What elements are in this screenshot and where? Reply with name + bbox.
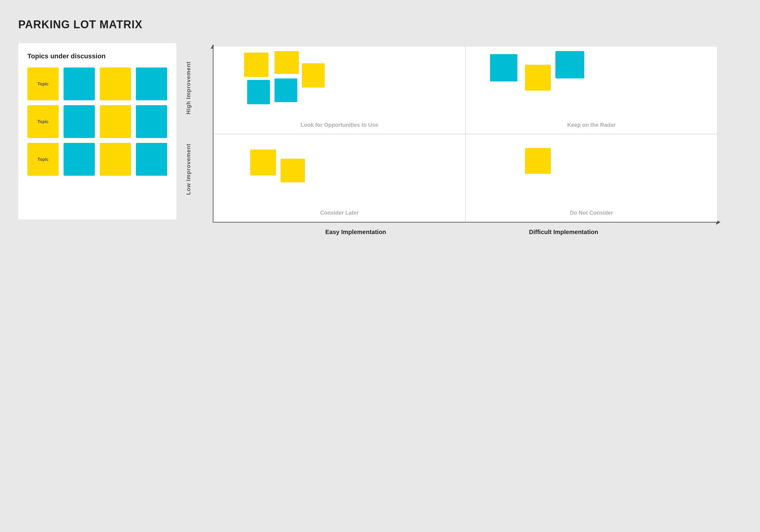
topic-card-1-2[interactable] [100, 105, 131, 138]
topic-label: Topic [37, 81, 48, 86]
matrix-area: High Improvement Low Improvement Easy Im… [188, 43, 742, 238]
topics-panel: Topics under discussion TopicTopicTopic [18, 43, 176, 219]
y-axis-label-high: High Improvement [185, 61, 192, 114]
sticky-top-left-1[interactable] [274, 51, 299, 74]
sticky-top-left-4[interactable] [274, 78, 297, 102]
topic-card-2-3[interactable] [136, 143, 167, 176]
topic-card-2-2[interactable] [100, 143, 131, 176]
topics-row-2: Topic [27, 143, 167, 176]
topic-label: Topic [37, 119, 48, 124]
topic-card-0-3[interactable] [136, 68, 167, 100]
quadrant-label-bottom-left: Consider Later [214, 210, 465, 216]
x-axis-label-easy: Easy Implementation [325, 229, 386, 236]
quadrant-top-left: Look for Opportunities to Use [214, 46, 465, 134]
topic-card-0-1[interactable] [64, 68, 95, 100]
sticky-top-right-2[interactable] [555, 51, 584, 78]
sticky-top-right-1[interactable] [525, 65, 551, 91]
topics-grid: TopicTopicTopic [27, 68, 167, 176]
topics-row-0: Topic [27, 68, 167, 100]
sticky-bottom-right-0[interactable] [525, 148, 551, 174]
quadrant-bottom-left: Consider Later [214, 134, 465, 222]
topic-card-2-0[interactable]: Topic [27, 143, 59, 176]
page: PARKING LOT MATRIX Topics under discussi… [0, 0, 760, 256]
topic-card-1-0[interactable]: Topic [27, 105, 59, 138]
topic-card-1-3[interactable] [136, 105, 167, 138]
sticky-top-left-3[interactable] [247, 80, 270, 104]
quadrant-label-top-left: Look for Opportunities to Use [214, 122, 465, 128]
topic-card-0-0[interactable]: Topic [27, 68, 59, 100]
quadrant-label-top-right: Keep on the Radar [466, 122, 717, 128]
sticky-bottom-left-0[interactable] [250, 150, 276, 175]
x-axis-label-difficult: Difficult Implementation [529, 229, 598, 236]
quadrant-top-right: Keep on the Radar [465, 46, 717, 134]
sticky-top-left-0[interactable] [244, 53, 268, 77]
topics-row-1: Topic [27, 105, 167, 138]
page-title: PARKING LOT MATRIX [18, 18, 742, 31]
topics-panel-title: Topics under discussion [27, 52, 167, 60]
x-axis [213, 222, 717, 222]
topic-card-2-1[interactable] [64, 143, 95, 176]
sticky-bottom-left-1[interactable] [281, 159, 305, 182]
sticky-top-left-2[interactable] [302, 63, 325, 87]
matrix-axes: High Improvement Low Improvement Easy Im… [188, 43, 724, 238]
quadrant-bottom-right: Do Not Consider [465, 134, 717, 222]
quadrants: Look for Opportunities to UseKeep on the… [214, 46, 717, 222]
topic-card-0-2[interactable] [100, 68, 131, 100]
y-axis-label-low: Low Improvement [185, 143, 192, 195]
topic-label: Topic [37, 157, 48, 162]
content-row: Topics under discussion TopicTopicTopic … [18, 43, 742, 238]
quadrant-label-bottom-right: Do Not Consider [466, 210, 717, 216]
topic-card-1-1[interactable] [64, 105, 95, 138]
sticky-top-right-0[interactable] [490, 54, 517, 81]
